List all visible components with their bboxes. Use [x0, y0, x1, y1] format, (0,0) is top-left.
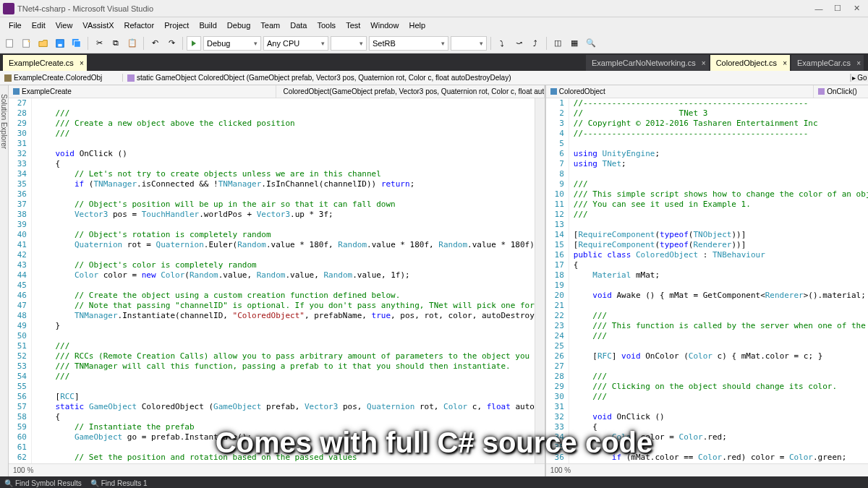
aux2-dropdown[interactable] [451, 36, 487, 51]
platform-dropdown[interactable]: Any CPU [263, 36, 328, 51]
save-icon[interactable] [53, 36, 67, 51]
add-item-icon[interactable] [20, 36, 34, 51]
open-icon[interactable] [36, 36, 51, 51]
class-dropdown-right[interactable]: ColoredObject [546, 85, 814, 98]
menu-team[interactable]: Team [256, 20, 284, 31]
menu-file[interactable]: File [4, 20, 26, 31]
close-button[interactable]: ✕ [848, 2, 865, 15]
window-split-icon[interactable]: ◫ [550, 36, 565, 51]
menu-test[interactable]: Test [341, 20, 365, 31]
toolbar: ✂ ⧉ 📋 ↶ ↷ Debug Any CPU SetRB ⤵ ⤻ ⤴ ◫ ▦ … [0, 33, 868, 53]
menu-refactor[interactable]: Refactor [120, 20, 159, 31]
vs-icon [3, 3, 14, 14]
close-icon[interactable]: × [702, 59, 706, 67]
svg-rect-5 [75, 40, 81, 47]
close-icon[interactable]: × [80, 59, 84, 67]
menu-help[interactable]: Help [404, 20, 430, 31]
close-icon[interactable]: × [783, 59, 787, 67]
document-tabs: ExampleCreate.cs× ExampleCarNoNetworking… [0, 53, 868, 71]
startup-dropdown[interactable]: SetRB [369, 36, 448, 51]
side-tool-tabs: Solution Explorer [0, 85, 9, 476]
doc-tab[interactable]: ExampleCar.cs× [791, 55, 864, 71]
member-dropdown-left[interactable]: ColoredObject(GameObject prefab, Vector3… [276, 85, 544, 98]
editor-pane-right: ColoredObject OnClick() 1234567891011121… [545, 85, 868, 476]
code-area-right[interactable]: //--------------------------------------… [569, 98, 868, 463]
member-dropdown-right[interactable]: OnClick() [814, 85, 868, 98]
menu-window[interactable]: Window [366, 20, 403, 31]
step-into-icon[interactable]: ⤵ [495, 36, 509, 51]
close-icon[interactable]: × [856, 59, 861, 67]
code-area-left[interactable]: /// /// Create a new object above the cl… [32, 98, 535, 463]
step-over-icon[interactable]: ⤻ [511, 36, 526, 51]
find-symbol-results-tab[interactable]: 🔍 Find Symbol Results [4, 479, 82, 487]
class-dropdown-left[interactable]: ExampleCreate [9, 85, 276, 98]
solution-explorer-tab[interactable]: Solution Explorer [0, 91, 8, 152]
menu-debug[interactable]: Debug [223, 20, 255, 31]
menu-vassistx[interactable]: VAssistX [78, 20, 118, 31]
step-out-icon[interactable]: ⤴ [528, 36, 542, 51]
find-icon[interactable]: 🔍 [584, 36, 598, 51]
nav-member[interactable]: static GameObject ColoredObject (GameObj… [123, 74, 851, 82]
scrollbar-left[interactable] [535, 98, 545, 463]
aux-dropdown[interactable] [331, 36, 367, 51]
menu-tools[interactable]: Tools [312, 20, 340, 31]
title-bar: TNet4-csharp - Microsoft Visual Studio —… [0, 0, 868, 17]
doc-tab[interactable]: ExampleCreate.cs× [3, 55, 87, 71]
menu-data[interactable]: Data [286, 20, 311, 31]
paste-icon[interactable]: 📋 [125, 36, 140, 51]
editor-pane-left: ExampleCreate ColoredObject(GameObject p… [9, 85, 545, 476]
doc-tab[interactable]: ColoredObject.cs× [710, 55, 790, 71]
zoom-level[interactable]: 100 % [550, 466, 571, 474]
start-debug-button[interactable] [187, 36, 201, 51]
window-layout-icon[interactable]: ▦ [567, 36, 582, 51]
maximize-button[interactable]: ☐ [829, 2, 846, 15]
menu-bar: FileEditViewVAssistXRefactorProjectBuild… [0, 17, 868, 33]
menu-build[interactable]: Build [195, 20, 221, 31]
zoom-level[interactable]: 100 % [13, 466, 33, 474]
redo-icon[interactable]: ↷ [164, 36, 179, 51]
svg-rect-3 [58, 43, 61, 46]
find-results-tab[interactable]: 🔍 Find Results 1 [90, 479, 148, 487]
config-dropdown[interactable]: Debug [203, 36, 261, 51]
nav-go-button[interactable]: ▸Go [851, 74, 868, 82]
copy-icon[interactable]: ⧉ [109, 36, 123, 51]
line-gutter: 1234567891011121314151617181920212223242… [546, 98, 569, 463]
doc-tab[interactable]: ExampleCarNoNetworking.cs× [586, 55, 709, 71]
menu-edit[interactable]: Edit [27, 20, 50, 31]
menu-view[interactable]: View [51, 20, 77, 31]
line-gutter: 2728293031323334353637383940414243444546… [9, 98, 32, 463]
window-title: TNet4-csharp - Microsoft Visual Studio [17, 4, 810, 13]
bottom-tool-tabs: 🔍 Find Symbol Results 🔍 Find Results 1 [0, 476, 868, 488]
undo-icon[interactable]: ↶ [148, 36, 162, 51]
new-project-icon[interactable] [3, 36, 17, 51]
nav-bar: ExampleCreate.ColoredObj static GameObje… [0, 71, 868, 85]
minimize-button[interactable]: — [810, 2, 827, 15]
save-all-icon[interactable] [69, 36, 84, 51]
svg-rect-0 [7, 39, 13, 47]
nav-namespace[interactable]: ExampleCreate.ColoredObj [0, 74, 123, 82]
menu-project[interactable]: Project [160, 20, 193, 31]
cut-icon[interactable]: ✂ [92, 36, 106, 51]
